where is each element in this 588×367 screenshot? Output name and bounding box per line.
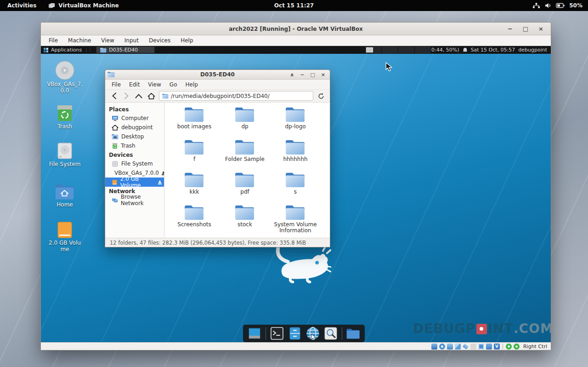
shade-icon[interactable]: ∧ <box>290 72 294 77</box>
file-manager-launcher[interactable] <box>288 327 302 340</box>
menu-help[interactable]: Help <box>175 36 198 45</box>
sidebar-item-computer[interactable]: Computer <box>105 114 164 123</box>
desktop-icon-vbox-gas[interactable]: VBox_GAs_7.0.0 <box>45 61 84 94</box>
menu-file[interactable]: File <box>107 80 125 89</box>
sidebar-item-browse-network[interactable]: Browse Network <box>105 195 164 205</box>
taskbar-window-button[interactable]: D035-ED40 <box>96 46 155 53</box>
audio-status-icon[interactable] <box>447 344 453 350</box>
sidebar-item-trash[interactable]: Trash <box>105 141 164 150</box>
workspace-1[interactable] <box>365 46 382 53</box>
sidebar-item-filesystem[interactable]: File System <box>105 159 164 168</box>
file-item[interactable]: Folder Sample <box>220 139 269 172</box>
maximize-icon[interactable]: □ <box>523 26 528 32</box>
terminal-launcher[interactable] <box>270 327 284 340</box>
host-system-tray[interactable]: 50% <box>532 2 588 9</box>
menu-input[interactable]: Input <box>119 36 144 45</box>
file-item[interactable]: s <box>271 172 320 204</box>
desktop-icon-home[interactable]: Home <box>45 183 84 208</box>
file-item[interactable]: boot images <box>170 106 219 139</box>
maximize-icon[interactable]: □ <box>310 72 315 77</box>
harddisk-status-icon[interactable] <box>431 344 437 350</box>
virtualbox-titlebar[interactable]: arch2022 [Running] - Oracle VM VirtualBo… <box>41 23 551 35</box>
file-item[interactable]: System Volume Information <box>271 204 320 237</box>
menu-edit[interactable]: Edit <box>125 80 144 89</box>
path-bar[interactable]: /run/media/debugpoint/D035-ED40/ <box>159 91 313 101</box>
file-item[interactable]: Screenshots <box>170 204 219 237</box>
file-item[interactable]: dp-logo <box>271 106 320 139</box>
file-item[interactable]: dp <box>220 106 269 139</box>
sidebar-item-desktop[interactable]: Desktop <box>105 132 164 141</box>
desktop-icon-trash[interactable]: Trash <box>45 104 84 130</box>
file-grid: boot images dp dp-logo f Folder Sample h… <box>164 103 330 238</box>
display-status-icon[interactable] <box>478 344 484 350</box>
app-finder-launcher[interactable] <box>324 327 338 340</box>
file-manager-titlebar[interactable]: D035-ED40 ∧ − □ × <box>105 70 330 80</box>
notification-bell-icon[interactable] <box>463 47 468 52</box>
panel-grip-icon: ⋮⋮ <box>84 48 91 52</box>
file-item[interactable]: kkk <box>170 172 219 204</box>
back-button[interactable] <box>109 92 119 101</box>
features-status-icon[interactable]: V <box>494 344 500 350</box>
workspace-2[interactable] <box>382 46 398 53</box>
up-button[interactable] <box>134 92 143 101</box>
folder-icon <box>184 106 204 123</box>
menu-view[interactable]: View <box>96 36 119 45</box>
menu-machine[interactable]: Machine <box>63 36 96 45</box>
folder-icon <box>235 106 255 123</box>
shared-folders-status-icon[interactable] <box>470 344 476 350</box>
show-desktop-button[interactable] <box>248 327 261 340</box>
app-menu-button[interactable]: VirtualBox Machine <box>48 2 119 9</box>
recording-status-icon[interactable] <box>486 344 492 350</box>
minimize-icon[interactable]: − <box>300 72 304 77</box>
host-clock[interactable]: Oct 15 11:27 <box>274 2 314 9</box>
file-manager-body: Places Computer debugpoint Desktop <box>105 103 330 238</box>
mouse-cursor <box>385 62 392 72</box>
desktop-icon-volume[interactable]: 2.0 GB Volume <box>45 221 84 253</box>
network-status-icon[interactable] <box>455 344 461 350</box>
menu-view[interactable]: View <box>144 80 165 89</box>
guest-clock[interactable]: Sat 15 Oct, 05:57 <box>471 47 515 53</box>
web-browser-launcher[interactable] <box>306 327 320 340</box>
desktop-icon-filesystem[interactable]: File System <box>45 142 84 168</box>
file-item[interactable]: f <box>170 139 219 172</box>
file-item[interactable]: hhhhhhh <box>271 139 320 172</box>
optical-status-icon[interactable] <box>439 344 445 350</box>
keyboard-capture-icon[interactable] <box>514 344 520 350</box>
menu-devices[interactable]: Devices <box>144 36 175 45</box>
mouse-integration-icon[interactable] <box>506 344 512 350</box>
activities-button[interactable]: Activities <box>7 2 36 9</box>
home-button[interactable] <box>147 92 156 101</box>
screen: Activities VirtualBox Machine Oct 15 11:… <box>0 0 588 367</box>
file-item[interactable]: pdf <box>220 172 269 204</box>
computer-icon <box>112 115 119 121</box>
close-icon[interactable]: × <box>538 26 543 32</box>
usb-status-icon[interactable] <box>463 344 469 350</box>
workspace-3[interactable] <box>398 46 415 53</box>
open-folder-window[interactable] <box>346 327 360 340</box>
host-top-bar: Activities VirtualBox Machine Oct 15 11:… <box>0 0 588 11</box>
workspace-4[interactable] <box>415 46 431 53</box>
eject-icon[interactable]: ▲ <box>158 180 162 184</box>
network-browse-icon <box>112 197 118 203</box>
menu-file[interactable]: File <box>44 36 63 45</box>
file-manager-sidebar: Places Computer debugpoint Desktop <box>105 103 164 238</box>
sidebar-item-volume-selected[interactable]: 2.0 GB Volume ▲ <box>105 178 164 187</box>
home-folder-icon <box>55 183 74 201</box>
workspace-switcher[interactable] <box>365 46 431 53</box>
close-icon[interactable]: × <box>321 72 325 77</box>
forward-button[interactable] <box>122 92 131 101</box>
menu-go[interactable]: Go <box>165 80 181 89</box>
file-item[interactable]: stock <box>220 204 269 237</box>
user-label[interactable]: debugpoint <box>518 47 547 53</box>
file-manager-window: D035-ED40 ∧ − □ × File Edit View Go Help <box>105 69 330 247</box>
path-text: /run/media/debugpoint/D035-ED40/ <box>171 93 270 99</box>
sidebar-item-home[interactable]: debugpoint <box>105 123 164 132</box>
applications-menu[interactable]: Applications ⋮⋮ <box>41 46 94 54</box>
battery-icon <box>556 3 565 8</box>
reload-button[interactable] <box>317 92 326 101</box>
folder-icon <box>235 172 255 188</box>
menu-help[interactable]: Help <box>181 80 202 89</box>
minimize-icon[interactable]: − <box>508 26 513 32</box>
battery-status-label[interactable]: (0:44, 50%) <box>430 47 459 53</box>
vm-display[interactable]: Applications ⋮⋮ D035-ED40 (0 <box>41 46 551 342</box>
